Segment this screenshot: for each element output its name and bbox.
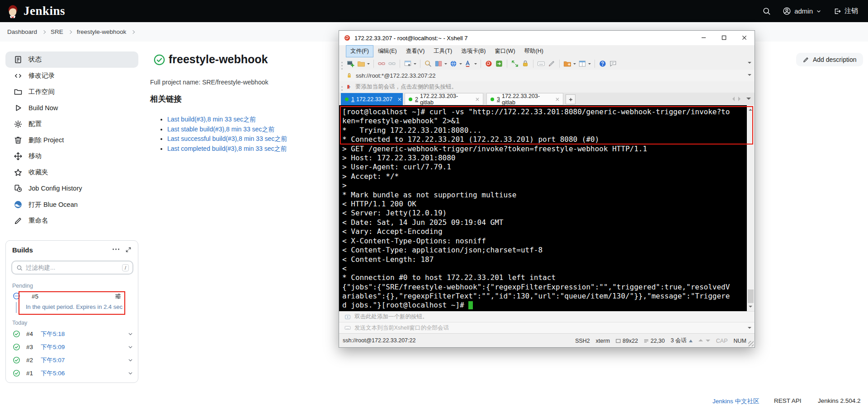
dropdown-caret[interactable] [414, 63, 416, 66]
menu-edit[interactable]: 编辑(E) [374, 46, 401, 57]
session-properties-icon[interactable] [403, 59, 412, 68]
minimize-button[interactable] [693, 31, 714, 45]
scrollbar-thumb[interactable] [748, 289, 754, 303]
terminal-scrollbar[interactable] [747, 105, 755, 311]
toolbar-overflow-caret[interactable] [748, 62, 751, 65]
session-tab-3[interactable]: 3 172.22.33.203-gitlab [486, 93, 563, 105]
build-row[interactable]: #4 下午5:18 [6, 327, 139, 340]
dropdown-caret[interactable] [588, 63, 591, 66]
menu-help[interactable]: 帮助(H) [520, 46, 547, 57]
tab-close-icon[interactable] [556, 98, 559, 101]
sidebar-item-build-now[interactable]: Build Now [5, 100, 138, 116]
add-description-button[interactable]: Add description [796, 53, 863, 66]
resize-grip[interactable] [748, 341, 754, 346]
header-search-button[interactable] [758, 3, 775, 19]
open-sessions-icon[interactable] [357, 59, 366, 68]
builds-menu-button[interactable] [112, 247, 120, 252]
session-tab-2[interactable]: 2 172.22.33.203-gitlab [405, 93, 483, 105]
build-time-link[interactable]: 下午5:06 [41, 369, 65, 378]
sessions-indicator[interactable]: 3 会话 [670, 337, 692, 345]
tab-close-icon[interactable] [476, 98, 479, 101]
user-menu[interactable]: admin [778, 3, 826, 19]
build-time-link[interactable]: 下午5:18 [41, 330, 65, 338]
send-bar-caret[interactable] [748, 327, 751, 331]
tab-close-icon[interactable] [398, 98, 401, 101]
build-row[interactable]: #2 下午5:07 [6, 354, 139, 367]
send-text-bar[interactable]: 发送文本到当前Xshell窗口的全部会话 [339, 322, 755, 333]
xftp-icon[interactable] [495, 59, 504, 68]
sidebar-item-rename[interactable]: 重命名 [5, 213, 138, 229]
menu-window[interactable]: 窗口(W) [491, 46, 519, 57]
help-icon[interactable] [598, 59, 607, 68]
maximize-button[interactable] [714, 31, 734, 45]
breadcrumb-dashboard[interactable]: Dashboard [7, 28, 37, 35]
menu-tools[interactable]: 工具(T) [429, 46, 456, 57]
sidebar-item-open-blue-ocean[interactable]: 打开 Blue Ocean [5, 196, 138, 213]
find-icon[interactable] [424, 59, 433, 68]
build-filter-input[interactable] [26, 264, 119, 271]
new-session-icon[interactable] [346, 59, 355, 68]
web-browser-icon[interactable] [449, 59, 458, 68]
scroll-up-icon[interactable] [749, 107, 752, 111]
dropdown-caret[interactable] [573, 63, 576, 66]
reconnect-icon[interactable] [377, 59, 386, 68]
scroll-bottom-icon[interactable] [706, 340, 710, 344]
tab-scroll-left-icon[interactable] [730, 97, 735, 101]
terminal-screen[interactable]: [root@localhost ~]# curl -vs "http://172… [339, 105, 755, 311]
sidebar-item-delete-project[interactable]: 删除 Project [5, 132, 138, 148]
dropdown-caret[interactable] [444, 63, 447, 66]
tab-list-caret[interactable] [746, 98, 751, 102]
sidebar-item-status[interactable]: 状态 [5, 51, 138, 68]
menu-tabs[interactable]: 选项卡(B) [457, 46, 490, 57]
logout-button[interactable]: 注销 [829, 3, 863, 19]
sidebar-item-changes[interactable]: 修改记录 [5, 68, 138, 84]
close-button[interactable] [734, 31, 755, 45]
chevron-down-icon[interactable] [127, 344, 133, 350]
disconnect-icon[interactable] [387, 59, 396, 68]
menu-file[interactable]: 文件(F) [346, 46, 373, 57]
sidebar-item-configure[interactable]: 配置 [5, 116, 138, 132]
dropdown-caret[interactable] [459, 63, 462, 66]
new-tab-button[interactable] [566, 94, 576, 104]
build-time-link[interactable]: 下午5:07 [41, 356, 65, 364]
highlight-pen-icon[interactable] [547, 59, 556, 68]
xshell-titlebar[interactable]: 172.22.33.207 - root@localhost:~ - Xshel… [339, 31, 755, 45]
sidebar-item-job-config-history[interactable]: Job Config History [5, 181, 138, 197]
sidebar-item-move[interactable]: 移动 [5, 148, 138, 164]
menu-view[interactable]: 查看(V) [402, 46, 429, 57]
scroll-top-icon[interactable] [698, 337, 703, 341]
build-row[interactable]: #1 下午5:06 [6, 367, 139, 380]
lock-screen-icon[interactable] [521, 59, 530, 68]
last-completed-build-link[interactable]: Last completed build(#3),8 min 33 sec之前 [167, 145, 287, 152]
dropdown-caret[interactable] [474, 63, 477, 66]
last-build-link[interactable]: Last build(#3),8 min 33 sec之前 [167, 116, 256, 123]
dropdown-caret[interactable] [367, 63, 370, 66]
sidebar-item-favorites[interactable]: 收藏夹 [5, 164, 138, 181]
xshell-session-icon[interactable] [484, 59, 493, 68]
chevron-down-icon[interactable] [127, 331, 133, 337]
chat-icon[interactable] [609, 59, 618, 68]
build-row[interactable]: #3 下午5:09 [6, 340, 139, 354]
quick-button-bar[interactable]: 双击此处添加一个新的按钮。 [339, 311, 755, 322]
xshell-address-bar[interactable]: ssh://root:*@172.22.33.207:22 [339, 70, 755, 81]
chevron-down-icon[interactable] [127, 357, 133, 363]
jenkins-logo[interactable]: Jenkins [6, 4, 65, 19]
fullscreen-icon[interactable] [510, 59, 519, 68]
breadcrumb-sre[interactable]: SRE [51, 28, 63, 35]
breadcrumb-job[interactable]: freestyle-webhook [77, 28, 127, 35]
rest-api-link[interactable]: REST API [774, 397, 802, 404]
last-stable-build-link[interactable]: Last stable build(#3),8 min 33 sec之前 [167, 126, 274, 133]
scroll-down-icon[interactable] [749, 306, 752, 309]
last-successful-build-link[interactable]: Last successful build(#3),8 min 33 sec之前 [167, 135, 287, 142]
new-file-icon[interactable] [563, 59, 572, 68]
font-icon[interactable] [464, 59, 473, 68]
split-screen-icon[interactable] [434, 59, 443, 68]
virtual-keyboard-icon[interactable] [537, 59, 546, 68]
session-tab-1[interactable]: 1 172.22.33.207 [341, 93, 403, 105]
jenkins-community-link[interactable]: Jenkins 中文社区 [712, 397, 760, 406]
tab-scroll-right-icon[interactable] [738, 97, 743, 101]
builds-expand-button[interactable] [125, 247, 132, 253]
layout-icon[interactable] [578, 59, 587, 68]
build-time-link[interactable]: 下午5:09 [41, 343, 65, 351]
address-dropdown-caret[interactable] [748, 74, 751, 78]
